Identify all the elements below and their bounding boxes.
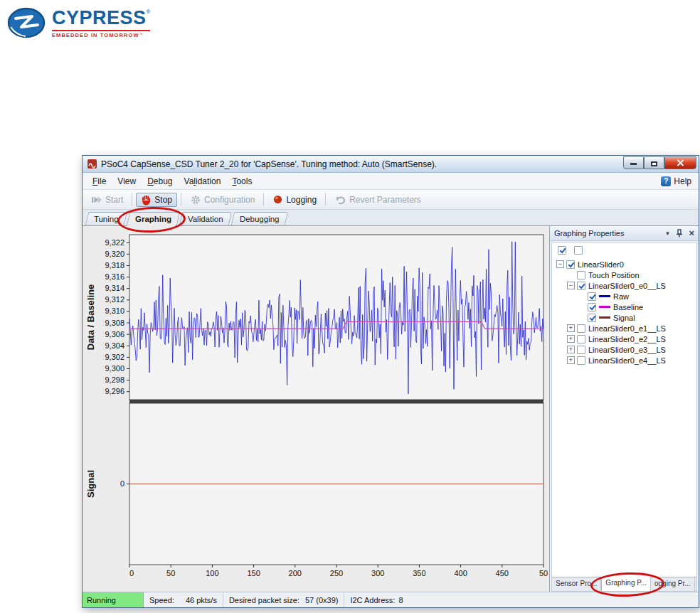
expand-icon[interactable]: + [567, 346, 575, 353]
svg-text:9,320: 9,320 [105, 250, 124, 258]
panel-checkbox-0[interactable] [558, 246, 566, 255]
cypress-logo: CYPRESS ® EMBEDDED IN TOMORROW ™ [7, 6, 150, 40]
tab-graphing[interactable]: Graphing [126, 212, 180, 226]
checkbox[interactable] [577, 282, 585, 290]
ylabel-signal: Signal [85, 470, 96, 498]
stop-button[interactable]: Stop [136, 193, 177, 207]
panel-tab-sensor-pro-[interactable]: Sensor Pro... [552, 577, 601, 591]
i2c-address-cell: I2C Address: 8 [344, 592, 408, 607]
stop-hand-icon [141, 194, 152, 206]
svg-text:9,300: 9,300 [105, 364, 124, 373]
toolbar: StartStopConfigurationLoggingRevert Para… [83, 190, 699, 210]
tree-item-baseline[interactable]: Baseline [553, 302, 696, 312]
pin-icon[interactable] [674, 229, 684, 238]
checkbox[interactable] [588, 303, 596, 311]
titlebar[interactable]: PSoC4 CapSense_CSD Tuner 2_20 for 'CapSe… [83, 156, 699, 173]
tree-item-signal[interactable]: Signal [553, 312, 696, 323]
tab-debugging[interactable]: Debugging [230, 212, 287, 225]
svg-text:0: 0 [120, 479, 124, 488]
expand-icon[interactable]: + [567, 335, 575, 343]
minimize-icon [630, 163, 637, 165]
menu-item-debug[interactable]: Debug [142, 174, 178, 188]
configuration-button[interactable]: Configuration [185, 193, 260, 207]
tree-item-label: LinearSlider0_e0__LS [588, 282, 666, 290]
tuner-chart: 9,3229,3209,3189,3169,3149,3129,3109,308… [83, 230, 549, 586]
gear-icon [190, 194, 201, 206]
close-button[interactable] [664, 156, 696, 169]
svg-text:9,316: 9,316 [105, 272, 124, 281]
toolbar-button-label: Revert Parameters [349, 195, 421, 205]
statusbar: Running Speed: 46 pkts/s Desired packet … [83, 592, 699, 607]
svg-text:9,306: 9,306 [105, 330, 124, 339]
series-color-swatch [599, 316, 610, 319]
packet-size-label: Desired packet size: [229, 596, 299, 604]
ylabel-data_baseline: Data / Baseline [85, 284, 96, 351]
tree-item-label: LinearSlider0_e3__LS [588, 346, 666, 354]
tab-tuning[interactable]: Tuning [85, 212, 127, 225]
panel-check-row [552, 242, 696, 257]
logging-button[interactable]: Logging [267, 193, 322, 207]
checkbox[interactable] [577, 346, 585, 354]
tree-item-raw[interactable]: Raw [553, 291, 696, 302]
checkbox[interactable] [577, 335, 585, 343]
collapse-icon[interactable]: − [556, 260, 564, 268]
checkbox[interactable] [577, 271, 585, 279]
maximize-button[interactable] [644, 156, 664, 169]
tree-item-linearslider0-e1-ls[interactable]: +LinearSlider0_e1__LS [553, 323, 696, 334]
tab-label: Debugging [239, 215, 279, 223]
minimize-button[interactable] [623, 156, 644, 169]
tree-item-touch-position[interactable]: Touch Position [553, 270, 696, 280]
registered-mark: ® [147, 9, 151, 15]
tab-label: Graphing [135, 215, 171, 223]
svg-text:450: 450 [496, 569, 509, 577]
svg-text:50: 50 [539, 569, 548, 577]
svg-text:300: 300 [371, 569, 384, 577]
checkbox[interactable] [577, 356, 585, 365]
svg-text:9,318: 9,318 [105, 261, 124, 270]
checkbox[interactable] [577, 324, 585, 333]
checkbox[interactable] [566, 260, 575, 269]
checkbox[interactable] [588, 292, 596, 301]
svg-text:9,314: 9,314 [105, 284, 124, 292]
series-color-swatch [599, 306, 610, 308]
packet-size-cell: Desired packet size: 57 (0x39) [223, 592, 345, 607]
status-text: Running [87, 596, 116, 604]
revert-parameters-button[interactable]: Revert Parameters [329, 193, 426, 207]
tree-item-linearslider0-e0-ls[interactable]: −LinearSlider0_e0__LS [553, 280, 696, 291]
panel-close-icon[interactable]: × [687, 230, 696, 237]
checkbox[interactable] [588, 314, 596, 322]
packet-size-value: 57 (0x39) [305, 596, 338, 604]
start-icon [91, 195, 102, 205]
menu-item-validation[interactable]: Validation [179, 174, 227, 188]
panel-tab-graphing-p-[interactable]: Graphing P... [601, 577, 651, 591]
tree-item-label: Baseline [613, 303, 643, 311]
expand-icon[interactable]: + [567, 356, 575, 364]
toolbar-separator [132, 193, 132, 206]
tree-item-linearslider0[interactable]: −LinearSlider0 [553, 259, 696, 270]
svg-text:9,298: 9,298 [105, 375, 124, 384]
speed-value: 46 pkts/s [186, 596, 217, 604]
menu-item-view[interactable]: View [112, 174, 142, 188]
expand-icon[interactable]: + [567, 324, 575, 332]
menu-item-tools[interactable]: Tools [226, 174, 258, 188]
panel-checkbox-1[interactable] [574, 246, 583, 255]
svg-text:9,310: 9,310 [105, 306, 124, 315]
svg-text:150: 150 [247, 569, 260, 577]
chevron-down-icon[interactable]: ▼ [663, 230, 672, 237]
tree-item-linearslider0-e2-ls[interactable]: +LinearSlider0_e2__LS [553, 334, 696, 344]
collapse-icon[interactable]: − [567, 282, 575, 289]
revert-icon [334, 194, 346, 205]
tree-item-label: Signal [613, 314, 635, 322]
svg-text:400: 400 [454, 569, 467, 577]
menu-item-file[interactable]: File [87, 174, 112, 188]
help-menu[interactable]: ? Help [661, 176, 694, 186]
tree-item-linearslider0-e4-ls[interactable]: +LinearSlider0_e4__LS [553, 355, 696, 366]
tree-item-linearslider0-e3-ls[interactable]: +LinearSlider0_e3__LS [553, 344, 696, 355]
svg-text:9,322: 9,322 [105, 238, 124, 247]
svg-text:9,308: 9,308 [105, 319, 124, 327]
tab-validation[interactable]: Validation [179, 212, 232, 225]
cypress-logo-text: CYPRESS ® EMBEDDED IN TOMORROW ™ [52, 9, 150, 38]
speed-cell: Speed: 46 pkts/s [144, 592, 223, 607]
panel-tab-ogging-pr-[interactable]: ogging Pr... [651, 577, 695, 591]
start-button[interactable]: Start [86, 193, 128, 207]
